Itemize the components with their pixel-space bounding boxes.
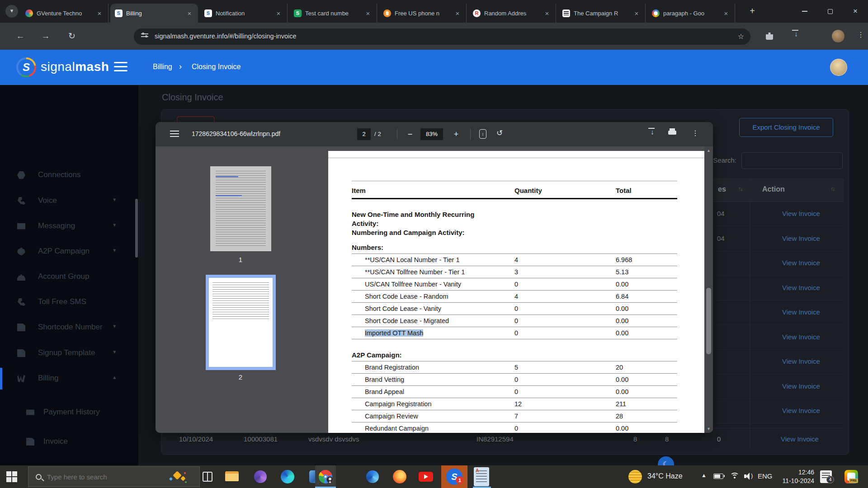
pdf-scrollbar[interactable]: ▲ ▼ — [704, 146, 713, 433]
designer-app-icon[interactable] — [252, 469, 269, 485]
browser-profile-avatar[interactable] — [832, 30, 844, 42]
taxes-column-header[interactable]: es — [718, 185, 726, 193]
pdf-thumbnail-page-2[interactable] — [206, 275, 276, 370]
reader-app-icon[interactable] — [474, 467, 489, 486]
tab-close-icon[interactable]: × — [274, 9, 283, 17]
view-invoice-link[interactable]: View Invoice — [781, 435, 819, 443]
browser-tab-test-card-numbe[interactable]: STest card numbe× — [289, 4, 377, 23]
view-invoice-link[interactable]: View Invoice — [767, 235, 835, 242]
taskbar-search-input[interactable] — [47, 473, 146, 481]
edge-icon[interactable] — [279, 469, 296, 485]
action-column-header[interactable]: Action — [762, 185, 785, 193]
copilot-icon[interactable]: PRE — [844, 470, 858, 483]
sidebar-item-connections[interactable]: Connections — [0, 166, 138, 184]
view-invoice-link[interactable]: View Invoice — [767, 210, 835, 217]
new-tab-button[interactable]: + — [746, 5, 759, 18]
language-indicator[interactable]: ENG — [758, 472, 773, 488]
sidebar-item-toll-free-sms[interactable]: Toll Free SMS — [0, 293, 138, 311]
view-invoice-link[interactable]: View Invoice — [767, 308, 835, 316]
pdf-scrollbar-thumb[interactable] — [706, 288, 711, 354]
view-invoice-link[interactable]: View Invoice — [767, 407, 835, 414]
firefox-icon[interactable] — [392, 469, 408, 485]
sidebar-toggle-icon[interactable] — [114, 62, 127, 74]
browser-menu-icon[interactable]: ⋮ — [857, 30, 864, 39]
url-text[interactable]: signalmash.gventure.info/#/billing/closi… — [155, 33, 297, 40]
scroll-up-icon[interactable]: ▲ — [704, 148, 713, 153]
sidebar-item-billing[interactable]: Billing▴ — [0, 370, 138, 388]
breadcrumb-billing[interactable]: Billing — [153, 63, 172, 71]
youtube-icon[interactable] — [419, 472, 433, 482]
sidebar-item-messaging[interactable]: Messaging▾ — [0, 217, 138, 235]
pdf-more-icon[interactable]: ⋮ — [692, 129, 699, 137]
pdf-thumbnail-page-1[interactable] — [210, 166, 271, 251]
export-closing-invoice-button[interactable]: Export Closing Invoice — [739, 118, 833, 137]
tab-close-icon[interactable]: × — [722, 9, 730, 17]
zoom-out-button[interactable]: − — [404, 128, 416, 140]
tab-close-icon[interactable]: × — [364, 9, 372, 17]
tab-close-icon[interactable]: × — [632, 9, 641, 17]
notification-center-icon[interactable]: 4 — [820, 470, 832, 483]
view-invoice-link[interactable]: View Invoice — [767, 333, 835, 341]
zoom-level[interactable]: 83% — [420, 128, 443, 140]
drive-app-icon[interactable] — [364, 469, 381, 485]
sidebar-item-payment-history[interactable]: Payment History — [0, 404, 138, 422]
sidebar-item-invoice[interactable]: Invoice — [0, 433, 138, 451]
reload-button[interactable]: ↻ — [66, 30, 78, 42]
signalmash-logo-icon[interactable] — [16, 57, 36, 77]
tab-close-icon[interactable]: × — [185, 9, 193, 17]
copilot-sparkle-icon[interactable] — [169, 471, 187, 483]
file-explorer-icon[interactable] — [224, 469, 241, 485]
rotate-icon[interactable]: ↺ — [496, 128, 503, 138]
fit-to-page-icon[interactable]: ↕ — [479, 129, 486, 139]
sort-icon[interactable]: ↑↓ — [738, 186, 742, 192]
window-maximize-button[interactable] — [817, 0, 843, 23]
chrome-taskbar-tile[interactable] — [315, 465, 336, 488]
view-invoice-link[interactable]: View Invoice — [767, 284, 835, 291]
window-minimize-button[interactable] — [792, 0, 817, 23]
pdf-download-icon[interactable]: ↓ — [648, 128, 656, 136]
view-invoice-link[interactable]: View Invoice — [767, 382, 835, 390]
view-invoice-link[interactable]: View Invoice — [767, 259, 835, 267]
tab-close-icon[interactable]: × — [95, 9, 104, 17]
search-input[interactable] — [741, 152, 843, 169]
sidebar-item-account-group[interactable]: Account Group — [0, 268, 138, 286]
zoom-in-button[interactable]: + — [450, 128, 462, 140]
forward-button[interactable]: → — [40, 30, 52, 42]
wifi-icon[interactable] — [730, 473, 739, 479]
scroll-down-icon[interactable]: ▼ — [704, 427, 713, 431]
back-button[interactable]: ← — [14, 30, 26, 42]
signalmash-taskbar-tile[interactable]: S 1 — [441, 465, 467, 488]
start-button-icon[interactable] — [6, 471, 17, 482]
downloads-icon[interactable]: ↓ — [792, 30, 800, 38]
taskbar-search[interactable] — [28, 466, 200, 487]
browser-tab-paragaph-goo[interactable]: paragaph - Goo× — [647, 4, 735, 23]
sidebar-item-shortcode-number[interactable]: Shortcode Number▾ — [0, 319, 138, 337]
pdf-print-icon[interactable] — [668, 130, 676, 136]
address-bar[interactable]: signalmash.gventure.info/#/billing/closi… — [134, 28, 750, 45]
tab-close-icon[interactable]: × — [543, 9, 551, 17]
view-invoice-link[interactable]: View Invoice — [767, 357, 835, 365]
browser-tab-free-us-phone-n[interactable]: Free US phone n× — [379, 4, 467, 23]
tray-chevron-up-icon[interactable]: ▲ — [701, 472, 707, 488]
task-view-icon[interactable] — [203, 472, 212, 482]
browser-tab-random-addres[interactable]: RRandom Addres× — [468, 4, 556, 23]
bookmark-star-icon[interactable]: ☆ — [738, 32, 744, 41]
tab-search-icon[interactable]: ▾ — [5, 5, 18, 18]
battery-icon[interactable] — [713, 474, 723, 479]
sidebar-item-a2p-campaign[interactable]: A2P Campaign▾ — [0, 243, 138, 261]
weather-text[interactable]: 34°C Haze — [647, 472, 683, 488]
browser-tab-gventure-techno[interactable]: GVenture Techno× — [21, 4, 108, 23]
sidebar-item-voice[interactable]: Voice▾ — [0, 192, 138, 210]
pdf-menu-icon[interactable] — [170, 131, 179, 139]
window-close-button[interactable]: × — [843, 0, 868, 23]
tab-close-icon[interactable]: × — [453, 9, 462, 17]
pdf-page-input[interactable]: 2 — [357, 128, 371, 140]
site-info-icon[interactable] — [141, 33, 148, 40]
sidebar-item-signup-template[interactable]: Signup Template▾ — [0, 344, 138, 362]
weather-icon[interactable] — [628, 470, 642, 483]
extensions-icon[interactable] — [766, 33, 773, 40]
sort-icon[interactable]: ↑↓ — [830, 186, 834, 192]
clock[interactable]: 12:46 11-10-2024 — [777, 468, 814, 488]
browser-tab-notification[interactable]: SNotification× — [200, 4, 288, 23]
browser-tab-the-campaign-r[interactable]: The Campaign R× — [558, 4, 646, 23]
